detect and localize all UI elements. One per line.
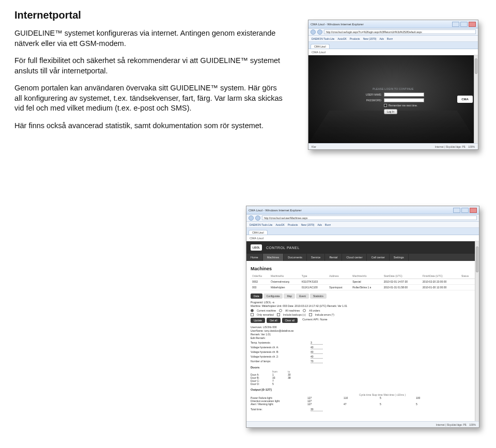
out-val[interactable]: 47: [344, 403, 380, 406]
clearall-button[interactable]: Clear all: [282, 318, 298, 323]
scrollbar-thumb[interactable]: [476, 246, 478, 272]
check-only-remarked[interactable]: [251, 313, 254, 316]
cell: Special: [351, 279, 382, 285]
check-include-errors[interactable]: [309, 313, 312, 316]
col-machineno[interactable]: MachineNo: [269, 273, 300, 279]
nav-service[interactable]: Service: [307, 254, 325, 261]
update-button[interactable]: Update: [251, 318, 265, 323]
vertical-scrollbar[interactable]: [474, 55, 478, 143]
username-label: USER NAME:: [362, 93, 382, 96]
table-row[interactable]: 0002 Östermalmstorg KS107/KS103 Special …: [251, 279, 475, 285]
window-minimize-button[interactable]: [453, 208, 460, 213]
total-time-value[interactable]: 30: [311, 408, 323, 411]
fav-link[interactable]: DAEMON Tools Lite: [312, 37, 334, 40]
kv-value[interactable]: 40: [311, 355, 323, 359]
scrollbar-thumb[interactable]: [475, 58, 477, 74]
subtab-map[interactable]: Map: [284, 293, 295, 299]
subtab-event[interactable]: Event: [296, 293, 309, 299]
col-address[interactable]: Address: [328, 273, 351, 279]
col-status[interactable]: Status: [460, 273, 475, 279]
radio-all-machines[interactable]: [279, 309, 282, 312]
table-row[interactable]: 003 Mälarhöjden 011K1/AC100 Spontspout R…: [251, 285, 475, 290]
door-to[interactable]: [288, 382, 303, 385]
kv-value[interactable]: 70: [311, 360, 323, 363]
browser-tab[interactable]: CMA Lisol: [249, 230, 268, 235]
col-finishdate[interactable]: FinishDate (UTC): [421, 273, 460, 279]
browser-favorites-bar: DAEMON Tools Lite AutoGK Products New (1…: [246, 222, 479, 228]
nav-rental[interactable]: Rental: [325, 254, 342, 261]
password-input[interactable]: [384, 98, 424, 102]
fav-link[interactable]: AutoGK: [275, 223, 285, 226]
kv-value[interactable]: 3: [311, 341, 323, 345]
nav-callcenter[interactable]: Call center: [367, 254, 389, 261]
fav-link[interactable]: Buzz: [387, 37, 393, 40]
radio-label: Current machine: [257, 309, 276, 312]
fav-link[interactable]: Ads: [379, 37, 384, 40]
remark: Remark: Ver 1.01: [251, 333, 475, 336]
radio-all-orders[interactable]: [303, 309, 306, 312]
cell: Mälarhöjden: [269, 285, 300, 290]
action-button-row: Update Get all Clear all Current API: No…: [251, 318, 475, 323]
kv-label: Voltage hysteresis ch. B:: [251, 350, 307, 354]
url-field[interactable]: http://cma.lisol.se/user/Machines.aspx: [262, 215, 477, 220]
cell: Spontspout: [328, 285, 351, 290]
nav-machines[interactable]: Machines: [263, 254, 284, 261]
nav-home[interactable]: Home: [246, 254, 263, 261]
browser-tab[interactable]: CMA Lisol: [311, 44, 330, 49]
kv-value[interactable]: 40: [311, 350, 323, 354]
radio-label: All machines: [285, 309, 300, 312]
fav-link[interactable]: Products: [350, 37, 360, 40]
fav-link[interactable]: Buzz: [325, 223, 331, 226]
fav-link[interactable]: New (1570): [301, 223, 315, 226]
screenshot-login-window: CMA Lisol - Windows Internet Explorer ht…: [308, 20, 478, 150]
window-close-button[interactable]: [469, 22, 476, 27]
cell: KS107/KS103: [300, 279, 328, 285]
nav-cloud[interactable]: Cloud center: [342, 254, 367, 261]
nav-back-button[interactable]: [249, 215, 254, 221]
remember-me-label: Remember me next time.: [389, 104, 417, 107]
fav-link[interactable]: Products: [288, 223, 298, 226]
remember-me-row[interactable]: Remember me next time.: [384, 104, 424, 107]
nav-back-button[interactable]: [311, 29, 316, 35]
cell: Östermalmstorg: [269, 279, 300, 285]
nav-forward-button[interactable]: [317, 29, 322, 35]
fav-link[interactable]: AutoGK: [337, 37, 347, 40]
col-startdate[interactable]: StartDate (UTC): [382, 273, 421, 279]
check-include-backups[interactable]: [277, 313, 280, 316]
window-maximize-button[interactable]: [461, 208, 469, 213]
col-machineinfo[interactable]: MachineInfo: [351, 273, 382, 279]
getall-button[interactable]: Get all: [267, 318, 280, 323]
col-type[interactable]: Type: [300, 273, 328, 279]
breadcrumb: CMA Lisol: [246, 235, 479, 241]
door-from[interactable]: 5: [272, 382, 288, 385]
subtab-statistics[interactable]: Statistics: [310, 293, 327, 299]
out-val[interactable]: 5: [416, 403, 452, 406]
fav-link[interactable]: DAEMON Tools Lite: [250, 223, 272, 226]
window-minimize-button[interactable]: [452, 22, 459, 27]
kv-value[interactable]: 40: [311, 346, 323, 349]
url-field[interactable]: http://cma.lisol.se/login.aspx?ru=%2flog…: [324, 29, 476, 34]
nav-settings[interactable]: Settings: [390, 254, 409, 261]
username-input[interactable]: [384, 92, 424, 97]
browser-address-bar: http://cma.lisol.se/user/Machines.aspx: [246, 214, 479, 222]
out-val[interactable]: 5: [380, 403, 416, 406]
window-title: CMA Lisol - Windows Internet Explorer: [249, 209, 302, 212]
subtab-configurate[interactable]: Configurate: [264, 293, 283, 299]
section-title-machines: Machines: [251, 266, 475, 271]
remember-me-checkbox[interactable]: [384, 104, 387, 107]
controlpanel-body: Machines OrderNo MachineNo Type Address …: [246, 261, 479, 416]
window-close-button[interactable]: [470, 208, 477, 213]
fav-link[interactable]: Ads: [317, 223, 322, 226]
radio-current-machine[interactable]: [251, 309, 254, 312]
nav-documents[interactable]: Documents: [284, 254, 307, 261]
login-button[interactable]: Log In: [384, 109, 397, 114]
edit-remark: Edit Remark:: [251, 336, 475, 340]
subtab-data[interactable]: Data: [251, 293, 262, 299]
col-orderno[interactable]: OrderNo: [251, 273, 269, 279]
fav-link[interactable]: New (1570): [363, 37, 377, 40]
vertical-scrollbar[interactable]: [475, 241, 479, 421]
window-maximize-button[interactable]: [460, 22, 468, 27]
out-val[interactable]: 127: [307, 403, 344, 406]
nav-forward-button[interactable]: [255, 215, 260, 221]
status-zone: Internet | Skyddat läge: På: [435, 145, 466, 148]
